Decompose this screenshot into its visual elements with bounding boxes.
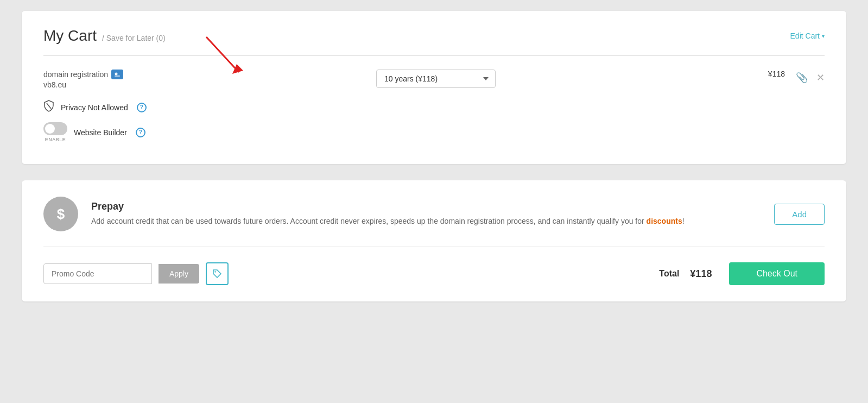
total-amount: ¥118 (690, 268, 712, 280)
apply-button[interactable]: Apply (159, 264, 199, 284)
cart-item-row: domain registration vb8.eu (43, 70, 825, 89)
cart-header: My Cart / Save for Later (0) Edit Cart ▾ (43, 27, 825, 45)
chevron-down-icon: ▾ (822, 33, 825, 39)
item-domain: vb8.eu (43, 80, 152, 89)
svg-point-1 (115, 73, 118, 75)
svg-rect-2 (115, 75, 120, 77)
total-area: Total ¥118 (235, 268, 712, 280)
prepay-description: Add account credit that can be used towa… (91, 216, 761, 227)
add-prepay-button[interactable]: Add (774, 204, 825, 225)
privacy-label: Privacy Not Allowed (61, 103, 128, 112)
duration-select[interactable]: 1 year (¥12) 2 years (¥24) 5 years (¥60)… (376, 70, 496, 88)
prepay-content: Prepay Add account credit that can be us… (91, 201, 761, 227)
prepay-card: $ Prepay Add account credit that can be … (22, 180, 846, 301)
shield-icon (43, 100, 54, 115)
website-builder-help-icon[interactable]: ? (136, 128, 145, 137)
prepay-icon: $ (43, 197, 78, 231)
item-info: domain registration vb8.eu (43, 70, 152, 89)
paperclip-icon[interactable]: 📎 (796, 72, 808, 84)
duration-dropdown-container: 1 year (¥12) 2 years (¥24) 5 years (¥60)… (376, 70, 496, 88)
id-icon (111, 70, 123, 79)
svg-line-5 (47, 103, 51, 109)
save-later-link[interactable]: / Save for Later (0) (102, 34, 166, 42)
divider (43, 55, 825, 56)
discounts-link[interactable]: discounts (647, 217, 682, 225)
privacy-addon: Privacy Not Allowed ? (43, 100, 825, 115)
website-builder-toggle[interactable] (43, 122, 67, 135)
tag-icon-button[interactable] (206, 262, 229, 285)
bottom-row: Apply Total ¥118 Check Out (43, 262, 825, 285)
total-label: Total (659, 269, 679, 279)
toggle-wrapper: ENABLE (43, 122, 67, 142)
prepay-row: $ Prepay Add account credit that can be … (43, 197, 825, 247)
svg-point-6 (214, 271, 216, 272)
website-builder-label: Website Builder (74, 128, 127, 137)
toggle-enable-label: ENABLE (45, 137, 66, 142)
remove-icon[interactable]: ✕ (816, 72, 825, 84)
duration-dropdown-area: 1 year (¥12) 2 years (¥24) 5 years (¥60)… (163, 70, 709, 88)
toggle-slider (43, 122, 67, 135)
svg-marker-4 (232, 64, 243, 74)
promo-code-input[interactable] (43, 263, 152, 284)
edit-cart-link[interactable]: Edit Cart ▾ (790, 32, 825, 40)
privacy-help-icon[interactable]: ? (137, 103, 147, 112)
item-type: domain registration (43, 70, 152, 79)
checkout-button[interactable]: Check Out (729, 262, 825, 285)
cart-card: My Cart / Save for Later (0) Edit Cart ▾… (22, 11, 846, 164)
cart-title-group: My Cart / Save for Later (0) (43, 27, 166, 45)
item-price: ¥118 (720, 70, 785, 78)
website-builder-addon: ENABLE Website Builder ? (43, 122, 825, 142)
addons-row: Privacy Not Allowed ? ENABLE Website Bui… (43, 100, 825, 142)
dollar-sign: $ (57, 206, 65, 223)
page-wrapper: My Cart / Save for Later (0) Edit Cart ▾… (0, 0, 868, 329)
item-actions: 📎 ✕ (796, 70, 825, 84)
page-title: My Cart (43, 27, 97, 45)
prepay-title: Prepay (91, 201, 761, 212)
